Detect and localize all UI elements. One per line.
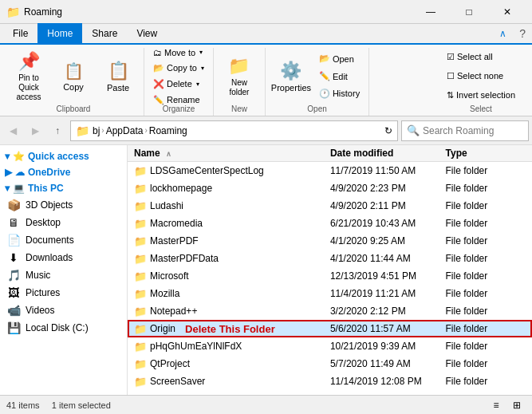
address-bar[interactable]: 📁 bj › AppData › Roaming ↻: [70, 120, 398, 141]
help-button[interactable]: ?: [513, 27, 532, 40]
tab-view[interactable]: View: [127, 23, 167, 44]
tiles-view-btn[interactable]: ⊞: [508, 396, 526, 414]
select-label: Select: [470, 104, 492, 116]
breadcrumb-roaming[interactable]: Roaming: [149, 125, 187, 136]
sidebar-item-downloads[interactable]: ⬇ Downloads: [0, 249, 127, 266]
table-row[interactable]: 📁Macromedia6/21/2019 10:43 AMFile folder: [128, 215, 532, 232]
folder-icon: 📁: [134, 306, 147, 317]
pin-to-quick-access-button[interactable]: 📌 Pin to Quickaccess: [8, 51, 49, 102]
header-type-label: Type: [446, 148, 467, 159]
onedrive-header[interactable]: ▶ ☁ OneDrive: [0, 164, 127, 180]
table-row[interactable]: 📁pHqGhUmEaYlNlFdX10/21/2019 9:39 AMFile …: [128, 337, 532, 355]
table-row[interactable]: 📁lockhomepage4/9/2020 2:23 PMFile folder: [128, 179, 532, 197]
new-label: New: [231, 104, 247, 116]
up-button[interactable]: ↑: [48, 121, 67, 140]
sidebar-item-pictures[interactable]: 🖼 Pictures: [0, 284, 127, 302]
organize-label: Organize: [163, 104, 195, 116]
file-cell-date: 10/21/2019 9:39 AM: [330, 341, 446, 352]
table-row[interactable]: 📁MasterPDF4/1/2020 9:25 AMFile folder: [128, 232, 532, 250]
quick-access-header[interactable]: ▾ ⭐ Quick access: [0, 148, 127, 164]
back-button[interactable]: ◀: [3, 121, 22, 140]
rename-icon: ✏️: [153, 95, 164, 105]
invert-selection-button[interactable]: ⇅ Invert selection: [443, 86, 519, 104]
select-all-button[interactable]: ☑ Select all: [443, 48, 519, 65]
file-cell-type: File folder: [446, 306, 532, 317]
file-cell-date: 4/9/2020 2:23 PM: [330, 183, 446, 194]
file-name: Mozilla: [150, 288, 179, 299]
edit-button[interactable]: ✏️ Edit: [315, 68, 364, 85]
desktop-icon: 🖥: [6, 216, 21, 229]
table-row[interactable]: 📁Ludashi4/9/2020 2:11 PMFile folder: [128, 197, 532, 215]
delete-button[interactable]: ❌ Delete ▾: [149, 77, 208, 92]
open-button[interactable]: 📂 Open: [315, 51, 364, 68]
quick-access-icon: ⭐: [13, 151, 25, 162]
properties-button[interactable]: ⚙️ Properties: [270, 51, 312, 102]
sidebar-item-3dobjects[interactable]: 📦 3D Objects: [0, 196, 127, 214]
copy-button[interactable]: 📋 Copy: [53, 51, 94, 102]
sidebar-item-desktop[interactable]: 🖥 Desktop: [0, 214, 127, 231]
tab-share[interactable]: Share: [82, 23, 127, 44]
ribbon-tabs: File Home Share View ∧ ?: [0, 24, 532, 45]
refresh-button[interactable]: ↻: [384, 125, 392, 136]
file-name: Notepad++: [150, 306, 197, 317]
sidebar-label-3dobjects: 3D Objects: [26, 199, 73, 211]
file-cell-type: File folder: [446, 253, 532, 264]
table-row[interactable]: 📁Mozilla11/4/2019 11:21 AMFile folder: [128, 285, 532, 302]
folder-icon: 📁: [134, 288, 147, 300]
copy-to-button[interactable]: 📂 Copy to ▾: [149, 61, 208, 76]
this-pc-icon: 💻: [13, 183, 25, 194]
file-cell-name: 📁MasterPDFData: [128, 253, 330, 265]
open-group: ⚙️ Properties 📂 Open ✏️ Edit 🕐 History O…: [266, 48, 369, 116]
status-bar: 41 items 1 item selected ≡ ⊞: [0, 395, 532, 414]
folder-icon: 📁: [134, 165, 147, 177]
table-row[interactable]: 📁QtProject5/7/2020 11:49 AMFile folder: [128, 355, 532, 373]
breadcrumb-bj[interactable]: bj: [93, 125, 100, 136]
file-cell-type: File folder: [446, 376, 532, 387]
paste-button[interactable]: 📋 Paste: [97, 51, 139, 102]
table-row[interactable]: 📁OriginDelete This Folder5/6/2020 11:57 …: [128, 320, 532, 337]
header-type[interactable]: Type: [446, 148, 532, 159]
ribbon-collapse-btn[interactable]: ∧: [493, 28, 513, 39]
breadcrumb-appdata[interactable]: AppData: [106, 125, 144, 136]
history-icon: 🕐: [319, 89, 330, 99]
history-button[interactable]: 🕐 History: [315, 85, 364, 102]
quick-access-label: Quick access: [28, 151, 89, 162]
pin-label: Pin to Quickaccess: [10, 73, 47, 102]
tab-file[interactable]: File: [3, 23, 37, 44]
close-button[interactable]: ✕: [489, 0, 526, 24]
table-row[interactable]: 📁MasterPDFData4/1/2020 11:44 AMFile fold…: [128, 250, 532, 267]
sidebar-label-pictures: Pictures: [26, 287, 60, 298]
new-folder-button[interactable]: 📁 Newfolder: [219, 51, 260, 102]
tab-home[interactable]: Home: [37, 23, 82, 44]
forward-button[interactable]: ▶: [26, 121, 45, 140]
sidebar-item-videos[interactable]: 📹 Videos: [0, 302, 127, 319]
sidebar-item-documents[interactable]: 📄 Documents: [0, 231, 127, 249]
table-row[interactable]: 📁LDSGameCenterSpectLog11/7/2019 11:50 AM…: [128, 162, 532, 179]
3dobjects-icon: 📦: [6, 199, 21, 211]
file-cell-name: 📁MasterPDF: [128, 235, 330, 247]
select-none-label: Select none: [457, 71, 503, 81]
select-none-button[interactable]: ☐ Select none: [443, 67, 519, 85]
sidebar-item-local-disk[interactable]: 💾 Local Disk (C:): [0, 319, 127, 337]
details-view-btn[interactable]: ≡: [487, 396, 505, 414]
minimize-button[interactable]: —: [412, 0, 449, 24]
this-pc-header[interactable]: ▾ 💻 This PC: [0, 180, 127, 196]
header-date[interactable]: Date modified: [330, 148, 446, 159]
search-input[interactable]: [423, 125, 532, 136]
sidebar-item-music[interactable]: 🎵 Music: [0, 266, 127, 284]
header-name[interactable]: Name ∧: [128, 148, 330, 159]
sidebar-label-local-disk: Local Disk (C:): [26, 322, 89, 333]
file-cell-date: 4/1/2020 9:25 AM: [330, 235, 446, 246]
move-to-icon: 🗂: [153, 48, 162, 57]
maximize-button[interactable]: □: [451, 0, 487, 24]
file-cell-date: 6/21/2019 10:43 AM: [330, 218, 446, 229]
folder-icon: 📁: [134, 376, 147, 388]
window-title: Roaming: [24, 6, 412, 18]
table-row[interactable]: 📁Notepad++3/2/2020 2:12 PMFile folder: [128, 302, 532, 320]
table-row[interactable]: 📁ScreenSaver11/14/2019 12:08 PMFile fold…: [128, 373, 532, 390]
new-group: 📁 Newfolder New: [214, 48, 266, 116]
file-cell-name: 📁Macromedia: [128, 218, 330, 230]
move-to-button[interactable]: 🗂 Move to ▾: [149, 45, 208, 60]
table-row[interactable]: 📁Microsoft12/13/2019 4:51 PMFile folder: [128, 267, 532, 285]
header-date-label: Date modified: [330, 148, 393, 159]
